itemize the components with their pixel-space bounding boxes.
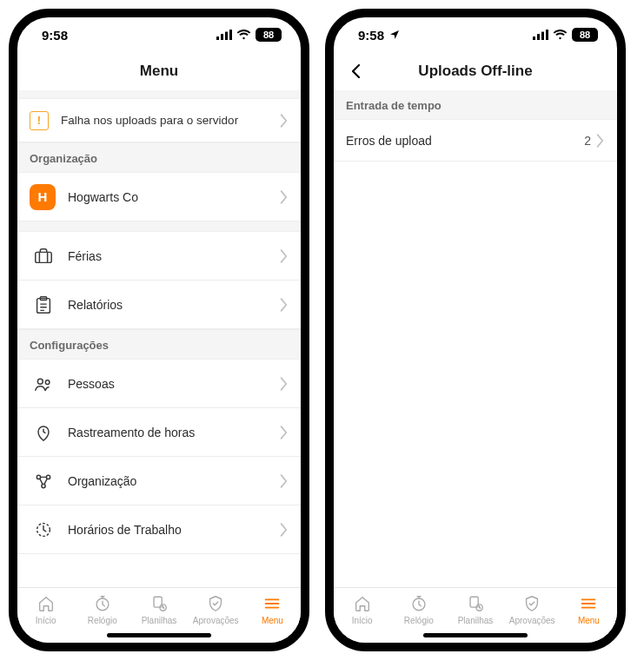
tab-label: Início — [352, 616, 373, 625]
tab-inicio[interactable]: Início — [17, 593, 74, 625]
tab-label: Planilhas — [142, 616, 177, 625]
horarios-row[interactable]: Horários de Trabalho — [17, 505, 301, 554]
home-icon — [36, 593, 56, 614]
tab-label: Menu — [262, 616, 283, 625]
work-hours-icon — [30, 516, 57, 544]
tab-label: Início — [36, 616, 56, 625]
relatorios-label: Relatórios — [68, 298, 280, 312]
page-title: Uploads Off-line — [418, 63, 532, 80]
approvals-icon — [205, 593, 226, 614]
org-avatar: H — [30, 184, 56, 210]
signal-icon — [533, 30, 548, 40]
tab-label: Planilhas — [458, 616, 494, 625]
tab-planilhas[interactable]: Planilhas — [447, 593, 503, 625]
chevron-right-icon — [280, 523, 289, 537]
home-indicator — [423, 633, 528, 637]
tab-aprovacoes[interactable]: Aprovações — [504, 593, 561, 625]
chevron-right-icon — [280, 474, 289, 488]
header: Menu — [17, 52, 301, 90]
status-time: 9:58 — [358, 28, 384, 43]
content-scroll[interactable]: Falha nos uploads para o servidor Organi… — [17, 90, 301, 587]
chevron-right-icon — [280, 426, 289, 439]
spacer — [17, 221, 301, 232]
suitcase-icon — [30, 242, 57, 270]
clock-icon — [92, 593, 113, 614]
tab-relogio[interactable]: Relógio — [74, 593, 130, 625]
tab-inicio[interactable]: Início — [334, 593, 390, 625]
location-icon — [389, 30, 400, 40]
tab-label: Menu — [578, 616, 600, 625]
org-row[interactable]: H Hogwarts Co — [17, 173, 301, 221]
clipboard-icon — [30, 291, 57, 319]
chevron-right-icon — [280, 298, 289, 312]
phone-menu: 9:58 88 Menu Falha nos uploads para o se… — [9, 9, 309, 651]
signal-icon — [216, 30, 232, 40]
ferias-row[interactable]: Férias — [17, 232, 301, 281]
sheets-icon — [149, 593, 169, 614]
rastreamento-row[interactable]: Rastreamento de horas — [17, 408, 301, 457]
tab-menu[interactable]: Menu — [561, 593, 617, 625]
tab-label: Relógio — [404, 616, 434, 625]
battery-indicator: 88 — [572, 28, 598, 42]
home-icon — [352, 593, 373, 614]
tab-planilhas[interactable]: Planilhas — [130, 593, 187, 625]
people-icon — [30, 370, 57, 398]
chevron-right-icon — [280, 377, 289, 391]
tab-label: Relógio — [88, 616, 117, 625]
phone-uploads-offline: 9:58 88 Uploads Off-line Entrada de temp… — [325, 9, 626, 651]
status-time: 9:58 — [42, 28, 68, 43]
tab-menu[interactable]: Menu — [244, 593, 301, 625]
org-graph-icon — [30, 467, 57, 495]
tracking-icon — [30, 419, 57, 446]
chevron-right-icon — [596, 134, 605, 148]
pessoas-row[interactable]: Pessoas — [17, 360, 301, 408]
chevron-right-icon — [280, 190, 289, 204]
section-configuracoes: Configurações — [17, 329, 301, 360]
organizacao-label: Organização — [68, 474, 280, 488]
org-name-label: Hogwarts Co — [68, 190, 280, 204]
back-button[interactable] — [344, 59, 368, 83]
upload-warning-label: Falha nos uploads para o servidor — [61, 114, 280, 127]
clock-icon — [408, 593, 429, 614]
relatorios-row[interactable]: Relatórios — [17, 281, 301, 329]
battery-indicator: 88 — [256, 28, 282, 42]
erros-upload-label: Erros de upload — [346, 134, 584, 148]
tab-label: Aprovações — [193, 616, 239, 625]
horarios-label: Horários de Trabalho — [68, 523, 280, 537]
upload-warning-row[interactable]: Falha nos uploads para o servidor — [17, 99, 301, 142]
tab-label: Aprovações — [509, 616, 555, 625]
section-organizacao: Organização — [17, 142, 301, 173]
ferias-label: Férias — [68, 249, 280, 263]
chevron-right-icon — [280, 114, 289, 128]
menu-icon — [578, 593, 599, 614]
menu-icon — [262, 593, 282, 614]
back-arrow-icon — [348, 63, 365, 80]
upload-warning-icon — [30, 111, 49, 130]
content-scroll[interactable]: Entrada de tempo Erros de upload 2 — [334, 90, 617, 587]
erros-upload-count: 2 — [584, 134, 591, 148]
tab-relogio[interactable]: Relógio — [390, 593, 447, 625]
status-bar: 9:58 88 — [334, 17, 617, 52]
tab-aprovacoes[interactable]: Aprovações — [188, 593, 244, 625]
home-indicator — [107, 633, 211, 637]
wifi-icon — [553, 30, 568, 40]
wifi-icon — [236, 30, 251, 40]
chevron-right-icon — [280, 249, 289, 263]
spacer — [17, 90, 301, 99]
approvals-icon — [521, 593, 542, 614]
status-bar: 9:58 88 — [17, 17, 301, 52]
page-title: Menu — [140, 63, 178, 80]
section-entrada-tempo: Entrada de tempo — [334, 90, 617, 120]
pessoas-label: Pessoas — [68, 377, 280, 391]
header: Uploads Off-line — [334, 52, 617, 90]
erros-upload-row[interactable]: Erros de upload 2 — [334, 120, 617, 162]
rastreamento-label: Rastreamento de horas — [68, 426, 280, 439]
sheets-icon — [465, 593, 486, 614]
organizacao-row[interactable]: Organização — [17, 457, 301, 505]
